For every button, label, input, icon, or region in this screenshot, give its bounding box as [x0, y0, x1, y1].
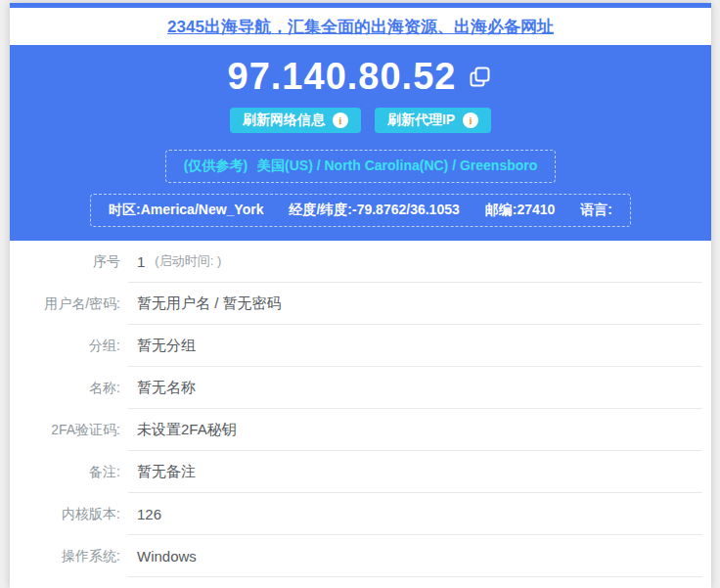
geo-segment: 时区:America/New_York	[109, 202, 263, 219]
geo-segment: 语言:	[580, 202, 612, 219]
row-value-area: 暂无分组	[128, 325, 702, 367]
row-value-area: 暂无用户名 / 暂无密码	[128, 283, 702, 325]
row-value: 126	[137, 506, 161, 522]
geo-segment: 经度/纬度:-79.8762/36.1053	[289, 202, 459, 219]
page-card: 2345出海导航，汇集全面的出海资源、出海必备网址 97.140.80.52 刷…	[10, 3, 711, 588]
refresh-proxy-label: 刷新代理IP	[387, 112, 455, 129]
table-row: 序号1(启动时间: )	[10, 241, 711, 283]
row-label: 序号	[10, 241, 120, 283]
info-icon[interactable]: i	[333, 113, 348, 128]
row-value: 暂无分组	[137, 337, 196, 355]
geo-segment: 邮编:27410	[485, 202, 556, 219]
row-value-area: 1(启动时间: )	[128, 241, 702, 283]
row-label: 操作系统:	[10, 535, 120, 577]
table-row: 操作系统:Windows	[10, 535, 711, 577]
row-label: User Agent:	[10, 577, 120, 588]
row-value-extra: (启动时间: )	[155, 252, 221, 270]
row-value-area: Mozilla/5.0 (Windows NT 10.0; Win64; x64…	[128, 577, 702, 588]
row-label: 用户名/密码:	[10, 283, 120, 325]
row-value: 暂无备注	[137, 463, 196, 481]
geo-location-box: (仅供参考)美国(US) / North Carolina(NC) / Gree…	[165, 150, 557, 183]
ip-banner: 97.140.80.52 刷新网络信息 i 刷新代理IP i (仅供参考)美国(…	[10, 45, 711, 241]
row-value: Windows	[137, 548, 197, 565]
table-row: 名称:暂无名称	[10, 367, 711, 409]
refresh-network-label: 刷新网络信息	[243, 112, 325, 129]
table-row: 分组:暂无分组	[10, 325, 711, 367]
nav-promo-link[interactable]: 2345出海导航，汇集全面的出海资源、出海必备网址	[167, 16, 554, 38]
row-value-area: Windows	[128, 535, 702, 577]
row-value: 暂无用户名 / 暂无密码	[137, 294, 282, 313]
ip-address: 97.140.80.52	[228, 56, 457, 98]
row-label: 备注:	[10, 451, 120, 493]
refresh-network-button[interactable]: 刷新网络信息 i	[230, 108, 361, 133]
table-row: 备注:暂无备注	[10, 451, 711, 493]
details-table: 序号1(启动时间: )用户名/密码:暂无用户名 / 暂无密码分组:暂无分组名称:…	[10, 241, 711, 588]
copy-icon[interactable]	[468, 65, 493, 94]
location-text: 美国(US) / North Carolina(NC) / Greensboro	[257, 158, 537, 173]
table-row: 2FA验证码:未设置2FA秘钥	[10, 409, 711, 451]
ip-row: 97.140.80.52	[228, 53, 494, 100]
location-disclaimer: (仅供参考)	[184, 158, 248, 173]
row-value-area: 未设置2FA秘钥	[128, 409, 702, 451]
table-row: 内核版本:126	[10, 493, 711, 535]
row-label: 内核版本:	[10, 493, 120, 535]
row-value: 暂无名称	[137, 379, 196, 397]
row-label: 分组:	[10, 325, 120, 367]
row-value: 1	[137, 253, 145, 270]
refresh-proxy-ip-button[interactable]: 刷新代理IP i	[375, 108, 491, 133]
row-value: 未设置2FA秘钥	[137, 421, 237, 439]
header-bar: 2345出海导航，汇集全面的出海资源、出海必备网址	[10, 8, 711, 45]
row-label: 名称:	[10, 367, 120, 409]
row-value-area: 暂无名称	[128, 367, 702, 409]
refresh-buttons-row: 刷新网络信息 i 刷新代理IP i	[230, 108, 491, 133]
row-value-area: 暂无备注	[128, 451, 702, 493]
table-row: 用户名/密码:暂无用户名 / 暂无密码	[10, 283, 711, 325]
table-row: User Agent:Mozilla/5.0 (Windows NT 10.0;…	[10, 577, 711, 588]
row-label: 2FA验证码:	[10, 409, 120, 451]
info-icon[interactable]: i	[463, 113, 478, 128]
geo-details-box: 时区:America/New_York经度/纬度:-79.8762/36.105…	[90, 194, 631, 227]
row-value-area: 126	[128, 493, 702, 535]
